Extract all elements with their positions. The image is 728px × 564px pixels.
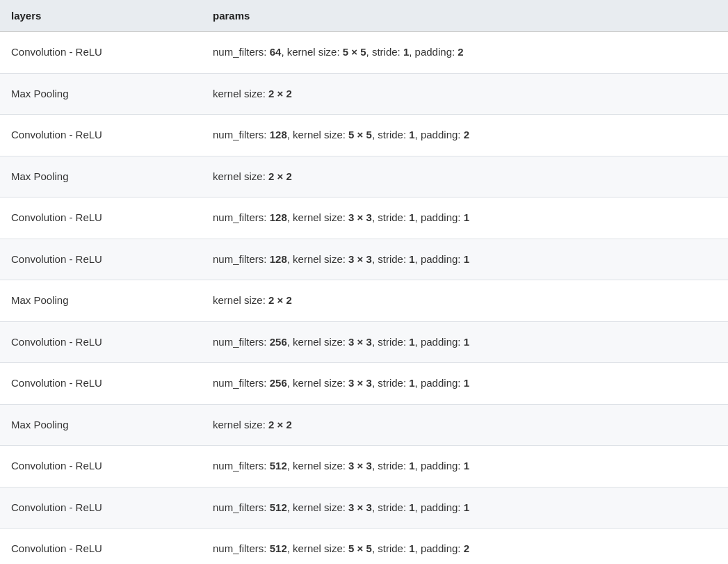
- cell-params: kernel size: 2 × 2: [202, 280, 728, 322]
- table-container: layers params Convolution - ReLUnum_filt…: [0, 0, 728, 564]
- table-row: Convolution - ReLUnum_filters: 128, kern…: [0, 198, 728, 239]
- cell-layer: Convolution - ReLU: [0, 239, 202, 280]
- header-layers: layers: [0, 0, 202, 32]
- cell-layer: Convolution - ReLU: [0, 198, 202, 239]
- cell-params: kernel size: 2 × 2: [202, 73, 728, 115]
- cell-params: num_filters: 64, kernel size: 5 × 5, str…: [202, 32, 728, 74]
- cell-params: num_filters: 512, kernel size: 3 × 3, st…: [202, 446, 728, 488]
- table-row: Convolution - ReLUnum_filters: 256, kern…: [0, 321, 728, 363]
- cell-layer: Convolution - ReLU: [0, 363, 202, 405]
- table-row: Convolution - ReLUnum_filters: 512, kern…: [0, 487, 728, 529]
- cell-layer: Convolution - ReLU: [0, 32, 202, 74]
- cell-layer: Convolution - ReLU: [0, 487, 202, 529]
- table-row: Convolution - ReLUnum_filters: 64, kerne…: [0, 32, 728, 74]
- cell-params: num_filters: 512, kernel size: 5 × 5, st…: [202, 529, 728, 565]
- cell-params: num_filters: 256, kernel size: 3 × 3, st…: [202, 363, 728, 405]
- cell-params: num_filters: 128, kernel size: 5 × 5, st…: [202, 115, 728, 156]
- table-row: Convolution - ReLUnum_filters: 128, kern…: [0, 115, 728, 156]
- table-row: Convolution - ReLUnum_filters: 512, kern…: [0, 529, 728, 565]
- cell-layer: Convolution - ReLU: [0, 446, 202, 488]
- cell-layer: Max Pooling: [0, 156, 202, 198]
- cell-params: kernel size: 2 × 2: [202, 156, 728, 198]
- cell-layer: Max Pooling: [0, 404, 202, 446]
- table-header-row: layers params: [0, 0, 728, 32]
- cell-params: kernel size: 2 × 2: [202, 404, 728, 446]
- table-row: Max Poolingkernel size: 2 × 2: [0, 156, 728, 198]
- table-row: Max Poolingkernel size: 2 × 2: [0, 73, 728, 115]
- table-row: Max Poolingkernel size: 2 × 2: [0, 404, 728, 446]
- table-row: Convolution - ReLUnum_filters: 128, kern…: [0, 239, 728, 280]
- cell-params: num_filters: 128, kernel size: 3 × 3, st…: [202, 239, 728, 280]
- cell-layer: Convolution - ReLU: [0, 115, 202, 156]
- cell-params: num_filters: 128, kernel size: 3 × 3, st…: [202, 198, 728, 239]
- network-layers-table: layers params Convolution - ReLUnum_filt…: [0, 0, 728, 564]
- table-row: Convolution - ReLUnum_filters: 512, kern…: [0, 446, 728, 488]
- header-params: params: [202, 0, 728, 32]
- cell-layer: Convolution - ReLU: [0, 321, 202, 363]
- cell-layer: Max Pooling: [0, 280, 202, 322]
- cell-layer: Max Pooling: [0, 73, 202, 115]
- cell-layer: Convolution - ReLU: [0, 529, 202, 565]
- table-row: Convolution - ReLUnum_filters: 256, kern…: [0, 363, 728, 405]
- table-row: Max Poolingkernel size: 2 × 2: [0, 280, 728, 322]
- cell-params: num_filters: 512, kernel size: 3 × 3, st…: [202, 487, 728, 529]
- cell-params: num_filters: 256, kernel size: 3 × 3, st…: [202, 321, 728, 363]
